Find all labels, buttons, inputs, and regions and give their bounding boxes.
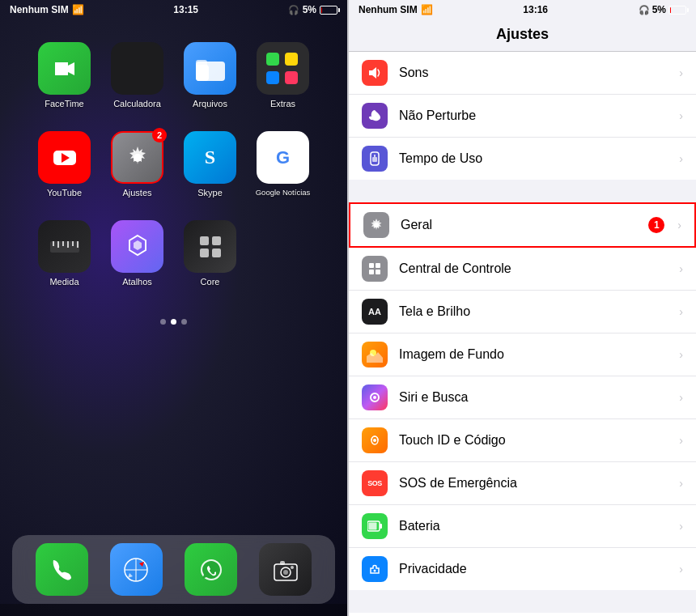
carrier-info-left: Nenhum SIM 📶 <box>10 4 84 15</box>
settings-central[interactable]: Central de Controle › <box>349 248 696 291</box>
core-label: Core <box>201 277 220 287</box>
settings-sos[interactable]: SOS SOS de Emergência › <box>349 462 696 505</box>
safari-icon <box>110 543 163 596</box>
youtube-label: YouTube <box>47 188 82 198</box>
extras-icon <box>257 42 309 95</box>
settings-itunes[interactable]: A iTunes e App Store › <box>349 613 696 616</box>
app-medida[interactable]: Medida <box>28 214 101 303</box>
app-skype[interactable]: S Skype <box>174 125 247 214</box>
settings-tela[interactable]: AA Tela e Brilho › <box>349 291 696 333</box>
whatsapp-icon <box>185 543 237 596</box>
nao-perturbe-chevron: › <box>679 109 683 122</box>
tempo-label: Tempo de Uso <box>399 151 673 166</box>
svg-rect-41 <box>376 270 380 274</box>
tela-chevron: › <box>679 305 683 318</box>
headphone-icon: 🎧 <box>288 5 299 15</box>
battery-percent-right: 5% <box>652 4 666 15</box>
carrier-text-right: Nenhum SIM <box>359 4 418 15</box>
battery-fill-right <box>670 7 671 13</box>
siri-chevron: › <box>679 391 683 404</box>
imagem-label: Imagem de Fundo <box>399 347 673 362</box>
battery-bar-left <box>320 6 337 15</box>
settings-imagem[interactable]: Imagem de Fundo › <box>349 333 696 376</box>
settings-privacidade[interactable]: Privacidade › <box>349 548 696 590</box>
app-youtube[interactable]: YouTube <box>28 125 101 214</box>
privacidade-label: Privacidade <box>399 562 673 576</box>
tela-icon: AA <box>362 299 388 325</box>
page-dots <box>0 311 347 333</box>
dot-1 <box>160 319 166 325</box>
right-panel: Nenhum SIM 📶 13:16 🎧 5% Ajustes Sons › <box>349 0 696 616</box>
svg-point-33 <box>291 566 294 569</box>
svg-marker-2 <box>68 62 74 75</box>
battery-fill-left <box>321 7 322 13</box>
section-gap-2 <box>349 590 696 613</box>
facetime-icon <box>38 42 91 95</box>
touch-icon <box>362 427 388 453</box>
ajustes-badge: 2 <box>152 128 167 142</box>
wifi-icon-right: 📶 <box>421 4 433 15</box>
svg-marker-26 <box>139 562 144 567</box>
svg-rect-20 <box>212 236 221 245</box>
skype-label: Skype <box>197 188 223 198</box>
nao-perturbe-label: Não Perturbe <box>399 108 673 123</box>
gnoticias-icon: G <box>257 131 309 184</box>
geral-chevron: › <box>677 219 681 232</box>
dot-2 <box>171 319 176 325</box>
tempo-icon <box>362 146 388 172</box>
svg-rect-49 <box>369 523 377 530</box>
dock-camera[interactable] <box>259 543 312 596</box>
svg-rect-10 <box>50 241 79 253</box>
geral-label: Geral <box>401 218 648 232</box>
settings-geral[interactable]: Geral 1 › <box>349 202 696 248</box>
left-panel: Nenhum SIM 📶 13:15 🎧 5% FaceTime <box>0 0 347 616</box>
sos-label: SOS de Emergência <box>399 476 673 491</box>
dock-phone[interactable] <box>36 543 88 596</box>
svg-rect-32 <box>280 561 285 565</box>
sons-label: Sons <box>399 66 673 80</box>
siri-icon <box>362 384 388 410</box>
camera-icon <box>259 543 312 596</box>
dock-whatsapp[interactable] <box>185 543 237 596</box>
app-core[interactable]: Core <box>174 214 247 303</box>
svg-point-46 <box>373 439 376 442</box>
sons-icon <box>362 60 388 86</box>
dock-safari[interactable] <box>110 543 163 596</box>
app-atalhos[interactable]: Atalhos <box>101 214 174 303</box>
settings-nao-perturbe[interactable]: Não Perturbe › <box>349 95 696 138</box>
carrier-info-right: Nenhum SIM 📶 <box>359 4 433 15</box>
imagem-icon <box>362 342 388 367</box>
app-gnoticias[interactable]: G Google Notícias <box>247 125 320 214</box>
settings-sons[interactable]: Sons › <box>349 52 696 95</box>
carrier-text-left: Nenhum SIM <box>10 4 69 15</box>
svg-rect-38 <box>369 263 374 268</box>
settings-group-2: Geral 1 › Central de Controle › AA Tela … <box>349 202 696 590</box>
svg-rect-5 <box>196 60 207 68</box>
arquivos-label: Arquivos <box>193 99 227 108</box>
tempo-chevron: › <box>679 152 683 165</box>
svg-marker-1 <box>55 62 68 75</box>
atalhos-label: Atalhos <box>122 277 152 287</box>
battery-left: 🎧 5% <box>288 4 337 15</box>
touch-label: Touch ID e Código <box>399 433 673 448</box>
sos-chevron: › <box>679 477 683 490</box>
svg-marker-27 <box>128 573 133 578</box>
sons-chevron: › <box>679 66 683 79</box>
core-icon <box>184 220 236 273</box>
app-arquivos[interactable]: Arquivos <box>174 36 247 125</box>
extras-label: Extras <box>270 99 295 108</box>
app-calculadora[interactable]: Calculadora <box>101 36 174 125</box>
nao-perturbe-icon <box>362 103 388 129</box>
svg-rect-35 <box>372 157 377 162</box>
time-right: 13:16 <box>523 4 548 15</box>
app-facetime[interactable]: FaceTime <box>28 36 101 125</box>
settings-group-1: Sons › Não Perturbe › Tempo de Uso › <box>349 52 696 180</box>
app-ajustes[interactable]: 2 Ajustes <box>101 125 174 214</box>
settings-siri[interactable]: Siri e Busca › <box>349 376 696 419</box>
settings-touch[interactable]: Touch ID e Código › <box>349 419 696 462</box>
settings-header: Ajustes <box>349 19 696 52</box>
app-extras[interactable]: Extras <box>247 36 320 125</box>
settings-tempo[interactable]: Tempo de Uso › <box>349 138 696 180</box>
settings-bateria[interactable]: Bateria › <box>349 505 696 548</box>
ajustes-label: Ajustes <box>122 188 151 198</box>
